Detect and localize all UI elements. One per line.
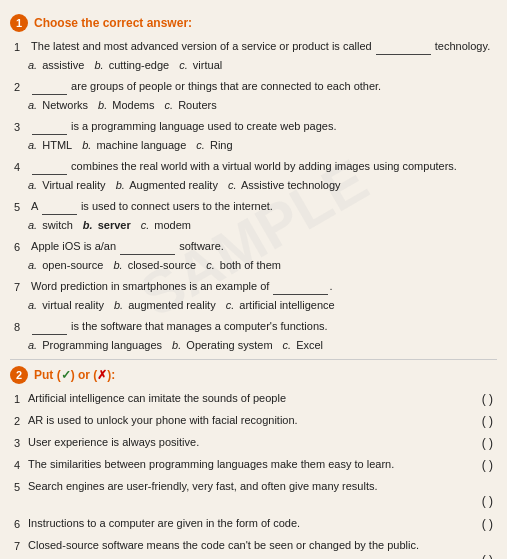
p2-q2: 2 AR is used to unlock your phone with f… <box>14 412 497 430</box>
q1-opt-a: a. assistive <box>28 57 84 74</box>
q7-opt-c: c. artificial intelligence <box>226 297 335 314</box>
q3-options: a. HTML b. machine language c. Ring <box>14 137 497 154</box>
q8-opt-c: c. Excel <box>283 337 324 354</box>
q2-blank <box>32 82 67 95</box>
q4-options: a. Virtual reality b. Augmented reality … <box>14 177 497 194</box>
p2-q2-text: AR is used to unlock your phone with fac… <box>28 412 469 429</box>
q6-opt-a: a. open-source <box>28 257 103 274</box>
p2-q1-text: Artificial intelligence can imitate the … <box>28 390 469 407</box>
p2-q3-num: 3 <box>14 434 28 452</box>
q4-opt-b: b. Augmented reality <box>116 177 218 194</box>
p2-q7-bracket: ( ) <box>469 537 497 559</box>
p2-q3: 3 User experience is always positive. ( … <box>14 434 497 452</box>
q3-blank <box>32 122 67 135</box>
q2: 2 are groups of people or things that ar… <box>14 78 497 113</box>
q7-text: Word prediction in smartphones is an exa… <box>31 278 496 295</box>
p2-q3-bracket: ( ) <box>469 434 497 452</box>
q4-text: combines the real world with a virtual w… <box>31 158 496 175</box>
q1-text: The latest and most advanced version of … <box>31 38 496 55</box>
q6-blank <box>120 242 175 255</box>
p2-q1: 1 Artificial intelligence can imitate th… <box>14 390 497 408</box>
q6-options: a. open-source b. closed-source c. both … <box>14 257 497 274</box>
p2-q2-bracket: ( ) <box>469 412 497 430</box>
section2-num: 2 <box>10 366 28 384</box>
q3: 3 is a programming language used to crea… <box>14 118 497 153</box>
p2-q7-text: Closed-source software means the code ca… <box>28 537 469 559</box>
p2-q7: 7 Closed-source software means the code … <box>14 537 497 559</box>
q4-blank <box>32 162 67 175</box>
q5-blank <box>42 202 77 215</box>
q6: 6 Apple iOS is a/an software. a. open-so… <box>14 238 497 273</box>
p2-q3-text: User experience is always positive. <box>28 434 469 451</box>
section2-header: 2 Put (✓) or (✗): <box>10 366 497 384</box>
q7: 7 Word prediction in smartphones is an e… <box>14 278 497 313</box>
section1-questions: 1 The latest and most advanced version o… <box>10 38 497 353</box>
q2-text: are groups of people or things that are … <box>31 78 496 95</box>
p2-q4-text: The similarities between programming lan… <box>28 456 469 473</box>
q6-text: Apple iOS is a/an software. <box>31 238 496 255</box>
q1-num: 1 <box>14 38 28 56</box>
section1-title: Choose the correct answer: <box>34 16 192 30</box>
q3-opt-b: b. machine language <box>82 137 186 154</box>
q2-opt-c: c. Routers <box>165 97 217 114</box>
p2-q5-num: 5 <box>14 478 28 496</box>
q8-blank <box>32 322 67 335</box>
q4-opt-c: c. Assistive technology <box>228 177 341 194</box>
q7-opt-a: a. virtual reality <box>28 297 104 314</box>
q3-opt-a: a. HTML <box>28 137 72 154</box>
p2-q6-num: 6 <box>14 515 28 533</box>
section2-title: Put (✓) or (✗): <box>34 368 115 382</box>
q8-num: 8 <box>14 318 28 336</box>
q4: 4 combines the real world with a virtual… <box>14 158 497 193</box>
p2-q5: 5 Search engines are user-friendly, very… <box>14 478 497 511</box>
q6-opt-b: b. closed-source <box>113 257 196 274</box>
q7-opt-b: b. augmented reality <box>114 297 216 314</box>
q5-num: 5 <box>14 198 28 216</box>
p2-q1-bracket: ( ) <box>469 390 497 408</box>
q7-blank <box>273 282 328 295</box>
q1-opt-b: b. cutting-edge <box>94 57 169 74</box>
q8-text: is the software that manages a computer'… <box>31 318 496 335</box>
q8-opt-b: b. Operating system <box>172 337 272 354</box>
q8-opt-a: a. Programming languages <box>28 337 162 354</box>
p2-q2-num: 2 <box>14 412 28 430</box>
p2-q4-num: 4 <box>14 456 28 474</box>
p2-q6-text: Instructions to a computer are given in … <box>28 515 469 532</box>
p2-q6-bracket: ( ) <box>469 515 497 533</box>
q1: 1 The latest and most advanced version o… <box>14 38 497 73</box>
q4-num: 4 <box>14 158 28 176</box>
q2-options: a. Networks b. Modems c. Routers <box>14 97 497 114</box>
q6-num: 6 <box>14 238 28 256</box>
section2-questions: 1 Artificial intelligence can imitate th… <box>10 390 497 559</box>
p2-q6: 6 Instructions to a computer are given i… <box>14 515 497 533</box>
q5-opt-a: a. switch <box>28 217 73 234</box>
q5: 5 A is used to connect users to the inte… <box>14 198 497 233</box>
q5-text: A is used to connect users to the intern… <box>31 198 496 215</box>
q8-options: a. Programming languages b. Operating sy… <box>14 337 497 354</box>
section1-header: 1 Choose the correct answer: <box>10 14 497 32</box>
p2-q4-bracket: ( ) <box>469 456 497 474</box>
p2-q5-bracket: ( ) <box>469 478 497 510</box>
q3-num: 3 <box>14 118 28 136</box>
p2-q7-num: 7 <box>14 537 28 555</box>
q3-opt-c: c. Ring <box>196 137 232 154</box>
p2-q5-text: Search engines are user-friendly, very f… <box>28 478 469 511</box>
q7-num: 7 <box>14 278 28 296</box>
p2-q1-num: 1 <box>14 390 28 408</box>
q2-opt-a: a. Networks <box>28 97 88 114</box>
q1-opt-c: c. virtual <box>179 57 222 74</box>
q5-opt-b: b. server <box>83 217 131 234</box>
q7-options: a. virtual reality b. augmented reality … <box>14 297 497 314</box>
q2-opt-b: b. Modems <box>98 97 154 114</box>
section1-num: 1 <box>10 14 28 32</box>
q6-opt-c: c. both of them <box>206 257 281 274</box>
q1-options: a. assistive b. cutting-edge c. virtual <box>14 57 497 74</box>
q3-text: is a programming language used to create… <box>31 118 496 135</box>
q2-num: 2 <box>14 78 28 96</box>
q5-opt-c: c. modem <box>141 217 191 234</box>
p2-q4: 4 The similarities between programming l… <box>14 456 497 474</box>
q5-options: a. switch b. server c. modem <box>14 217 497 234</box>
section-divider <box>10 359 497 360</box>
q1-blank <box>376 42 431 55</box>
q4-opt-a: a. Virtual reality <box>28 177 106 194</box>
